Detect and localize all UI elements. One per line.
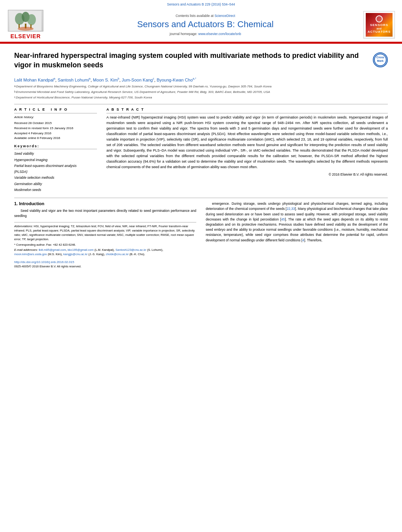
journal-name: Sensors and Actuators B: Chemical [51, 19, 359, 30]
affiliation-c-text: Department of Horticultural Bioscience, … [16, 95, 152, 100]
affiliation-a-text: Department of Biosystems Machinery Engin… [16, 84, 272, 89]
sensors-logo-circle [376, 15, 383, 22]
author-kim[interactable]: Moon S. Kim [93, 77, 118, 82]
body-two-col: 1. Introduction Seed viability and vigor… [14, 201, 388, 268]
contents-line: Contents lists available at ScienceDirec… [51, 14, 359, 18]
elsevier-text-label: ELSEVIER [10, 33, 41, 39]
keyword-5: Variable selection methods [14, 175, 97, 181]
keyword-7: Muskmelon seeds [14, 187, 97, 193]
keyword-2: Hyperspectral imaging [14, 157, 97, 163]
header-middle: ELSEVIER Contents lists available at Sci… [0, 7, 402, 42]
article-header: Near-infrared hyperspectral imaging syst… [14, 51, 388, 73]
elsevier-logo: ELSEVIER [4, 10, 47, 39]
intro-para-1: Seed viability and vigor are the two mos… [14, 208, 196, 219]
article-info-heading: A R T I C L E I N F O [14, 108, 97, 111]
email-link-6[interactable]: chobk@cnu.ac.kr [106, 252, 128, 256]
sensors-logo: SENSORS and ACTUATORS [363, 11, 395, 39]
available-date: Available online 8 February 2016 [14, 136, 97, 141]
keywords-heading: Keywords: [14, 144, 97, 148]
author-lohumi[interactable]: Santosh Lohumi [58, 77, 89, 82]
body-left-col: 1. Introduction Seed viability and vigor… [14, 201, 196, 268]
footnote-corresponding: * Corresponding author. Fax: +82 42 823 … [14, 243, 196, 247]
affiliation-a: a Department of Biosystems Machinery Eng… [14, 84, 388, 89]
keywords-list: Seed viability Hyperspectral imaging Par… [14, 149, 97, 193]
keyword-3: Partial least-squares discriminant analy… [14, 163, 97, 169]
affiliations: a Department of Biosystems Machinery Eng… [14, 84, 388, 100]
sensors-logo-text-and: and [376, 27, 382, 30]
affiliation-c: c Department of Horticultural Bioscience… [14, 95, 388, 100]
svg-point-3 [27, 14, 36, 25]
section-divider [14, 198, 388, 198]
email-link-5[interactable]: kangjjs@cnu.ac.kr [63, 252, 87, 256]
body-right-col: emergence. During storage, seeds undergo… [206, 201, 388, 268]
affiliation-b-text: Environmental Microbial and Food Safety … [16, 90, 270, 95]
svg-text:Mark: Mark [377, 59, 383, 62]
copyright-line: © 2016 Elsevier B.V. All rights reserved… [106, 172, 388, 176]
svg-text:Cross: Cross [376, 56, 384, 59]
sensors-logo-text-bottom: ACTUATORS [368, 30, 391, 34]
article-title: Near-infrared hyperspectral imaging syst… [14, 51, 373, 70]
abstract-heading: A B S T R A C T [106, 108, 388, 111]
journal-ref: Sensors and Actuators B 229 (2016) 534–5… [167, 2, 235, 6]
sensors-logo-text-top: SENSORS [370, 23, 388, 27]
affiliation-b: b Environmental Microbial and Food Safet… [14, 90, 388, 95]
footnote-emails: E-mail addresses: lkiit.m85@gmail.com, b… [14, 248, 196, 257]
body-text-left: Seed viability and vigor are the two mos… [14, 208, 196, 219]
article-dates: Received 28 October 2015 Received in rev… [14, 121, 97, 141]
author-kang[interactable]: Jum-Soon Kang [122, 77, 153, 82]
bottom-links: http://dx.doi.org/10.1016/j.snb.2016.02.… [14, 260, 196, 268]
homepage-line: journal homepage: www.elsevier.com/locat… [51, 32, 359, 36]
page: Sensors and Actuators B 229 (2016) 534–5… [0, 0, 402, 532]
authors-line: Lalit Mohan Kandpala, Santosh Lohumia, M… [14, 77, 388, 82]
footnote-abbrev: Abbreviations: HSI, hyperspectral imagin… [14, 224, 196, 242]
sensors-logo-inner: SENSORS and ACTUATORS [366, 13, 393, 37]
svg-point-7 [18, 27, 34, 31]
author-kandpal[interactable]: Lalit Mohan Kandpal [14, 77, 54, 82]
section1-heading: 1. Introduction [14, 201, 196, 206]
article-history-label: Article history: [14, 115, 97, 120]
footnotes-area: Abbreviations: HSI, hyperspectral imagin… [14, 222, 196, 257]
bottom-copyright: 0925-4005/© 2016 Elsevier B.V. All right… [14, 265, 196, 268]
abstract-text: A near-infrared (NIR) hyperspectral imag… [106, 113, 388, 170]
journal-title-area: Contents lists available at ScienceDirec… [47, 14, 363, 36]
received-date-2: Received in revised form 15 January 2016 [14, 126, 97, 131]
email-link-3[interactable]: Santosh123@cnu.ac.kr [115, 248, 146, 252]
journal-header: Sensors and Actuators B 229 (2016) 534–5… [0, 0, 402, 43]
keyword-6: Germination ability [14, 181, 97, 187]
homepage-link[interactable]: www.elsevier.com/locate/snb [198, 32, 241, 36]
svg-rect-5 [19, 24, 20, 28]
author-cho[interactable]: Byoung-Kwan Cho [156, 77, 193, 82]
article-info-abstract: A R T I C L E I N F O Article history: R… [14, 108, 388, 193]
article-info-box: Article history: Received 28 October 201… [14, 113, 97, 141]
main-content: Near-infrared hyperspectral imaging syst… [0, 44, 402, 272]
right-col: A B S T R A C T A near-infrared (NIR) hy… [106, 108, 388, 193]
email-link-4[interactable]: moon.kim@ars.usda.gov [14, 252, 47, 256]
elsevier-image [8, 10, 43, 32]
email-link-1[interactable]: lkiit.m85@gmail.com [39, 248, 66, 252]
accepted-date: Accepted 4 February 2016 [14, 131, 97, 136]
doi-link[interactable]: http://dx.doi.org/10.1016/j.snb.2016.02.… [14, 260, 74, 264]
body-text-right: emergence. During storage, seeds undergo… [206, 201, 388, 243]
keyword-4: (PLSDA) [14, 169, 97, 175]
left-col: A R T I C L E I N F O Article history: R… [14, 108, 97, 193]
sciencedirect-link[interactable]: ScienceDirect [214, 14, 235, 18]
journal-ref-line: Sensors and Actuators B 229 (2016) 534–5… [0, 0, 402, 7]
intro-para-2: emergence. During storage, seeds undergo… [206, 201, 388, 243]
keyword-1: Seed viability [14, 151, 97, 157]
crossmark-badge: Cross Mark [373, 52, 388, 67]
divider-1 [14, 104, 388, 104]
crossmark: Cross Mark [373, 52, 388, 67]
email-link-2[interactable]: bkc195@gmail.com [68, 248, 94, 252]
received-date-1: Received 28 October 2015 [14, 121, 97, 126]
